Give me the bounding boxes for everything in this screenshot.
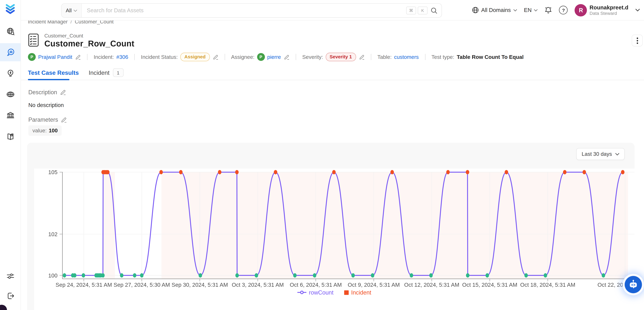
sidebar-item-domains[interactable] [0,85,20,103]
legend-item-incident[interactable]: Incident [344,289,371,296]
edit-reporter-icon[interactable] [76,54,81,60]
assignee-link[interactable]: pierre [267,54,281,60]
sliders-icon [6,272,14,280]
robot-icon [628,279,638,290]
globe-icon [472,7,479,14]
severity-label: Severity: [302,54,323,60]
edit-description-icon[interactable] [60,89,66,95]
edit-severity-icon[interactable] [359,54,365,60]
reporter-avatar: P [28,53,36,61]
sidebar-item-settings[interactable] [0,267,20,285]
svg-text:Sep 27, 2024, 5:30 AM: Sep 27, 2024, 5:30 AM [114,282,170,288]
legend-item-rowcount[interactable]: rowCount [297,289,334,296]
sidebar-item-insights[interactable] [0,64,20,82]
kebab-menu-icon [636,37,638,44]
description-section-header: Description [28,89,66,95]
assignee-label: Assignee: [231,54,254,60]
chevron-down-icon [615,153,619,155]
chart-legend: rowCountIncident [34,289,634,296]
notifications-button[interactable] [545,6,552,14]
logout-icon [6,291,14,300]
tab-test-case-results[interactable]: Test Case Results [28,69,79,77]
avatar: R [575,4,587,16]
sidebar-item-logout[interactable] [0,287,20,305]
observability-magnifier-chart-icon [6,48,14,56]
assignee-avatar: P [257,53,265,61]
global-search: All ⌘ K [61,3,442,18]
line-marker-icon [297,290,306,294]
globe-grid-icon [6,90,14,99]
description-label: Description [28,89,57,95]
svg-text:Sep 30, 2024, 5:31 AM: Sep 30, 2024, 5:31 AM [172,282,228,288]
user-menu-chevron-icon[interactable] [636,9,640,12]
divider [371,54,371,60]
divider [87,54,88,60]
user-role: Data Steward [590,11,628,16]
language-label: EN [524,7,532,13]
chevron-down-icon [513,9,517,11]
svg-text:Oct 15, 2024, 5:31 AM: Oct 15, 2024, 5:31 AM [462,282,517,288]
search-scope-label: All [66,7,72,14]
divider [134,54,135,60]
divider [296,54,296,60]
explore-search-globe-icon [6,27,14,36]
search-input[interactable] [82,7,406,14]
svg-text:Oct 6, 2024, 5:31 AM: Oct 6, 2024, 5:31 AM [290,282,342,288]
top-bar: All ⌘ K All Domains EN ? [20,0,644,21]
user-menu[interactable]: R Rounakpreet.d Data Steward [575,4,628,16]
search-icon[interactable] [431,7,437,14]
bank-icon [6,111,14,119]
help-button[interactable]: ? [559,6,568,14]
edit-parameters-icon[interactable] [61,117,67,122]
domains-label: All Domains [481,7,511,13]
test-suite-name: Customer_Count [44,33,83,39]
tab-incident[interactable]: Incident 1 [89,68,124,78]
user-name: Rounakpreet.d [590,4,628,11]
open-book-icon [6,132,14,141]
domains-dropdown[interactable]: All Domains [472,7,517,14]
reporter-link[interactable]: Prajwal Pandit [38,54,72,60]
divider [425,54,425,60]
chat-assistant-button[interactable] [625,276,642,293]
parameter-value: 100 [49,127,58,134]
search-scope-dropdown[interactable]: All [62,4,82,17]
sidebar-item-govern[interactable] [0,106,20,124]
app: All ⌘ K All Domains EN ? [0,0,644,310]
test-result-line-chart[interactable]: 105102100Sep 24, 2024, 5:31 AMSep 27, 20… [34,169,634,288]
sidebar [0,0,21,310]
parameters-label: Parameters [28,116,58,123]
svg-text:Oct 12, 2024, 5:31 AM: Oct 12, 2024, 5:31 AM [404,282,459,288]
main-content: Incident Manager/Customer_Count Customer… [20,20,644,310]
test-type-value: Table Row Count To Equal [457,54,524,60]
svg-text:Oct 18, 2024, 5:31 AM: Oct 18, 2024, 5:31 AM [520,282,575,288]
incident-label: Incident: [94,54,114,60]
sidebar-item-observability[interactable] [0,43,20,61]
description-value: No description [28,102,64,108]
lightbulb-icon [6,69,14,78]
more-actions-button[interactable] [632,35,643,47]
svg-text:102: 102 [48,231,58,237]
svg-text:Oct 3, 2024, 5:31 AM: Oct 3, 2024, 5:31 AM [232,282,284,288]
incident-status-label: Incident Status: [141,54,178,60]
bell-icon [545,6,552,14]
time-range-dropdown[interactable]: Last 30 days [576,148,625,160]
table-link[interactable]: customers [394,54,419,60]
edit-assignee-icon[interactable] [284,54,290,60]
chart-card: 105102100Sep 24, 2024, 5:31 AMSep 27, 20… [34,169,634,310]
divider [224,54,225,60]
incident-number-link[interactable]: #306 [116,54,128,60]
test-case-checklist-icon [28,33,39,47]
svg-text:Sep 24, 2024, 5:31 AM: Sep 24, 2024, 5:31 AM [56,282,112,288]
sidebar-item-explore[interactable] [0,22,20,40]
cmd-key-badge: ⌘ [406,7,416,14]
active-tab-indicator [28,79,69,80]
severity-badge: Severity 1 [326,53,356,61]
incident-meta-bar: P Prajwal Pandit Incident: #306 Incident… [28,52,640,61]
square-marker-icon [344,290,348,294]
edit-status-icon[interactable] [213,54,218,60]
svg-text:105: 105 [48,169,58,175]
sidebar-item-learn[interactable] [0,127,20,145]
app-logo-icon[interactable] [5,4,16,14]
language-dropdown[interactable]: EN [524,7,538,13]
top-right-controls: All Domains EN ? R Rounakpreet.d Data St… [472,0,640,20]
